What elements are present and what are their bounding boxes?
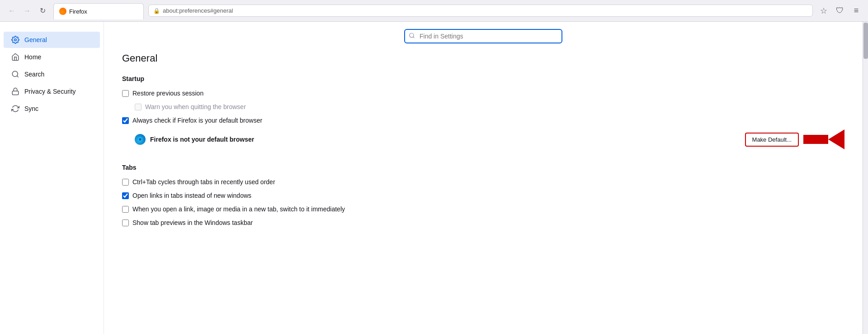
search-icon: [11, 70, 20, 79]
forward-button[interactable]: →: [21, 5, 33, 17]
sidebar-item-label-search: Search: [24, 71, 44, 78]
sidebar-item-label-general: General: [24, 36, 47, 43]
content-area: General Startup Restore previous session…: [104, 22, 863, 334]
always-check-default-item: Always check if Firefox is your default …: [122, 116, 844, 125]
browser-tab[interactable]: Firefox: [53, 3, 144, 19]
svg-line-2: [17, 76, 18, 77]
switch-new-tab-checkbox[interactable]: [122, 206, 129, 213]
switch-new-tab-label[interactable]: When you open a link, image or media in …: [132, 205, 345, 213]
always-check-default-label[interactable]: Always check if Firefox is your default …: [132, 117, 262, 124]
back-button[interactable]: ←: [5, 5, 18, 17]
sync-icon: [11, 104, 20, 113]
open-links-label[interactable]: Open links in tabs instead of new window…: [132, 192, 251, 199]
svg-rect-3: [12, 91, 19, 95]
red-arrow-annotation: [803, 129, 844, 149]
make-default-area: Make Default...: [745, 129, 844, 149]
warn-quitting-checkbox[interactable]: [135, 104, 142, 110]
svg-line-5: [413, 37, 415, 38]
sidebar: General Home Search: [0, 22, 104, 334]
address-text: about:preferences#general: [163, 7, 233, 14]
make-default-button[interactable]: Make Default...: [745, 133, 799, 147]
svg-point-1: [12, 71, 18, 76]
switch-new-tab-item: When you open a link, image or media in …: [122, 205, 844, 214]
tab-title: Firefox: [69, 8, 87, 15]
svg-point-4: [410, 33, 414, 37]
find-settings-input-wrap: [404, 29, 562, 43]
sidebar-item-label-privacy: Privacy & Security: [24, 88, 76, 95]
sidebar-item-label-home: Home: [24, 53, 41, 61]
main-content: General Home Search: [0, 22, 868, 334]
browser-chrome: ← → ↻ Firefox 🔒 about:preferences#genera…: [0, 0, 868, 22]
svg-point-0: [14, 39, 17, 41]
show-previews-label[interactable]: Show tab previews in the Windows taskbar: [132, 219, 253, 226]
sidebar-item-label-sync: Sync: [24, 105, 38, 112]
restore-session-label[interactable]: Restore previous session: [132, 90, 203, 97]
firefox-favicon-icon: [59, 8, 66, 15]
arrow-body: [803, 135, 828, 144]
home-icon: [11, 52, 20, 62]
warn-quitting-item: Warn you when quitting the browser: [135, 102, 844, 111]
always-check-default-checkbox[interactable]: [122, 117, 129, 124]
find-settings-bar: [122, 22, 844, 52]
startup-section: Startup Restore previous session Warn yo…: [122, 75, 844, 149]
sidebar-item-sync[interactable]: Sync: [4, 100, 100, 117]
bookmark-button[interactable]: ☆: [817, 5, 830, 17]
sidebar-item-search[interactable]: Search: [4, 66, 100, 82]
show-previews-checkbox[interactable]: [122, 219, 129, 226]
menu-button[interactable]: ≡: [850, 5, 863, 17]
firefox-status-icon: [135, 134, 146, 145]
pocket-button[interactable]: 🛡: [834, 5, 846, 17]
find-settings-search-icon: [409, 33, 415, 40]
lock-icon: [11, 87, 20, 96]
svg-point-7: [139, 138, 141, 140]
restore-session-checkbox[interactable]: [122, 90, 129, 97]
tabs-heading: Tabs: [122, 164, 844, 171]
default-browser-status-text: Firefox is not your default browser: [150, 136, 254, 143]
open-links-item: Open links in tabs instead of new window…: [122, 191, 844, 200]
open-links-checkbox[interactable]: [122, 192, 129, 199]
address-icon: 🔒: [153, 8, 160, 14]
arrow-head: [828, 129, 844, 149]
refresh-button[interactable]: ↻: [36, 5, 49, 17]
sidebar-item-home[interactable]: Home: [4, 49, 100, 65]
warn-quitting-label[interactable]: Warn you when quitting the browser: [145, 103, 246, 110]
gear-icon: [11, 35, 20, 44]
default-browser-row: Firefox is not your default browser Make…: [135, 129, 844, 149]
ctrl-tab-item: Ctrl+Tab cycles through tabs in recently…: [122, 177, 844, 186]
nav-buttons: ← → ↻: [5, 5, 49, 17]
sidebar-item-general[interactable]: General: [4, 32, 100, 48]
ctrl-tab-label[interactable]: Ctrl+Tab cycles through tabs in recently…: [132, 178, 275, 186]
restore-session-item: Restore previous session: [122, 89, 844, 98]
tab-bar: Firefox: [53, 3, 144, 19]
scrollbar-thumb: [863, 23, 868, 59]
startup-heading: Startup: [122, 75, 844, 82]
tabs-section: Tabs Ctrl+Tab cycles through tabs in rec…: [122, 164, 844, 227]
address-bar-container[interactable]: 🔒 about:preferences#general: [148, 5, 813, 17]
default-browser-info: Firefox is not your default browser: [135, 134, 745, 145]
window-scrollbar[interactable]: [863, 22, 868, 334]
sidebar-item-privacy[interactable]: Privacy & Security: [4, 83, 100, 100]
ctrl-tab-checkbox[interactable]: [122, 179, 129, 186]
toolbar-actions: ☆ 🛡 ≡: [817, 5, 863, 17]
find-settings-input[interactable]: [404, 29, 562, 43]
show-previews-item: Show tab previews in the Windows taskbar: [122, 218, 844, 227]
page-title: General: [122, 52, 844, 64]
